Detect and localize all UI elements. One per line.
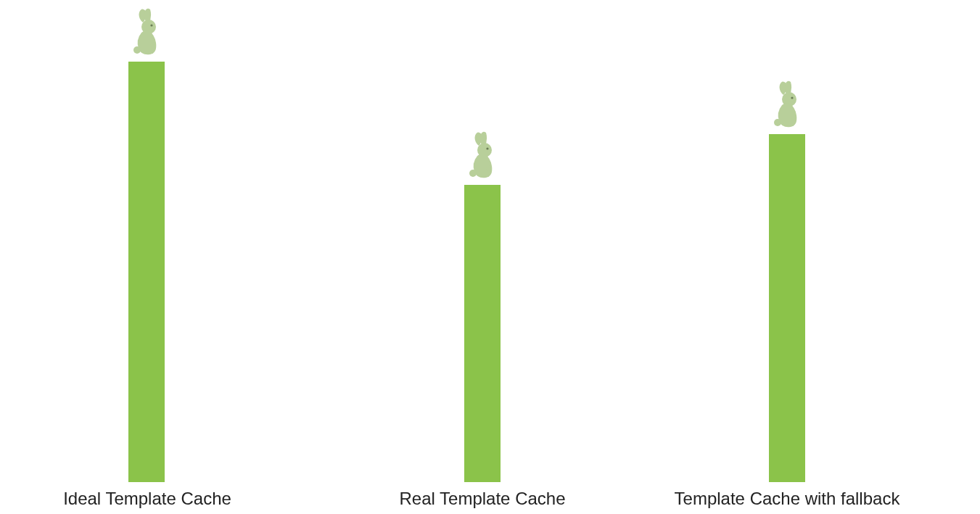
bar-label-2: Template Cache with fallback xyxy=(653,489,921,509)
bar-label-1: Real Template Cache xyxy=(377,489,588,509)
bar-0 xyxy=(128,62,165,482)
svg-point-1 xyxy=(133,46,141,54)
rabbit-icon xyxy=(128,8,165,57)
svg-point-7 xyxy=(774,119,781,126)
bar-label-0: Ideal Template Cache xyxy=(42,489,252,509)
bar-group-2 xyxy=(769,80,805,482)
svg-point-4 xyxy=(469,170,477,177)
rabbit-icon xyxy=(464,131,501,181)
chart: Ideal Template Cache Real Template Cache xyxy=(0,0,980,514)
bar-group-0 xyxy=(128,8,165,482)
svg-point-5 xyxy=(486,147,488,149)
bar-2 xyxy=(769,134,805,482)
bar-1 xyxy=(464,185,501,482)
svg-point-8 xyxy=(791,96,793,99)
svg-point-2 xyxy=(150,24,152,26)
bar-group-1 xyxy=(464,131,501,482)
rabbit-icon xyxy=(769,80,805,130)
